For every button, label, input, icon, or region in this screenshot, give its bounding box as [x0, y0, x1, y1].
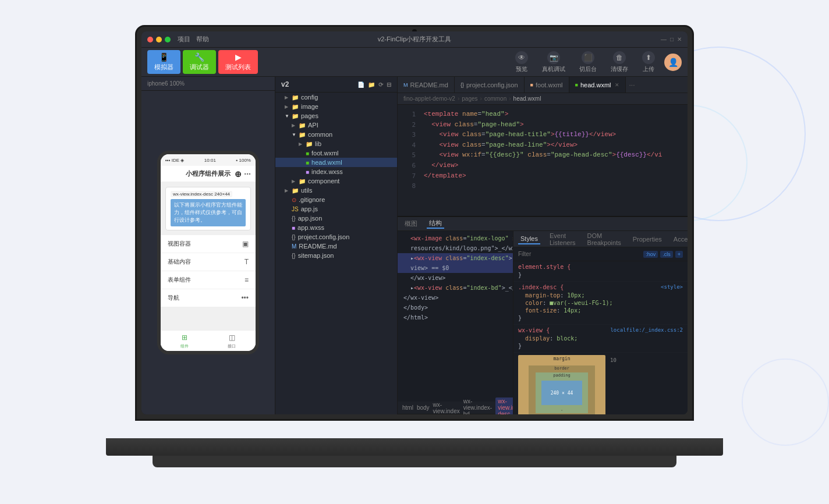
tree-item-app-wxss[interactable]: ▶ ■ app.wxss [275, 223, 397, 232]
el-wx-view-desc[interactable]: wx-view.index-desc [495, 397, 513, 414]
el-body[interactable]: body [417, 404, 430, 411]
tree-item-readme[interactable]: ▶ M README.md [275, 242, 397, 251]
el-html[interactable]: html [402, 404, 413, 411]
filter-plus[interactable]: + [675, 251, 683, 258]
tab-foot-wxml[interactable]: ■ foot.wxml [525, 77, 569, 93]
menu-help[interactable]: 帮助 [196, 35, 209, 44]
preview-button[interactable]: 👁 预览 [511, 49, 533, 76]
tab-dom-breakpoints[interactable]: DOM Breakpoints [585, 231, 623, 247]
tree-item-utils[interactable]: ▶ 📁 utils [275, 186, 397, 195]
box-model-wrapper: margin [513, 353, 688, 414]
bottom-nav-api[interactable]: ◫ 接口 [227, 333, 236, 349]
html-line-6: </wx-view> [398, 293, 513, 303]
style-prop-display: display: block; [518, 335, 683, 342]
styles-filter: :hov .cls + [513, 247, 688, 261]
nav-items: 视图容器 ▣ 基础内容 T 表单组件 [161, 235, 256, 307]
style-source-0[interactable]: <style> [661, 284, 683, 292]
style-source-1[interactable]: localfile:/_index.css:2 [610, 327, 683, 335]
new-file-icon[interactable]: 📄 [357, 81, 364, 88]
laptop-foot [153, 456, 676, 467]
bottom-nav-component[interactable]: ⊞ 组件 [180, 333, 189, 349]
padding-label: padding [553, 373, 571, 378]
tab-event-listeners[interactable]: Event Listeners [547, 231, 578, 247]
style-closing-brace-desc: } [518, 314, 683, 322]
tree-item-index-wxss[interactable]: ▶ ■ index.wxss [275, 167, 397, 176]
laptop-device: 项目 帮助 v2-FinClip小程序开发工具 — □ ✕ [106, 25, 723, 479]
scan-button[interactable]: 📷 真机调试 [537, 49, 570, 76]
el-wx-view-hd[interactable]: wx-view.index-hd [463, 398, 492, 414]
phone-app-title: 小程序组件展示 ··· ⊕ [161, 166, 256, 182]
tree-item-config[interactable]: ▶ 📁 config [275, 93, 397, 102]
close-icon[interactable]: ✕ [677, 36, 682, 42]
nav-item-3[interactable]: 导航 ••• [161, 289, 256, 307]
tree-item-gitignore[interactable]: ▶ ⊙ .gitignore [275, 195, 397, 204]
border-label: border [554, 366, 569, 371]
nav-item-0[interactable]: 视图容器 ▣ [161, 235, 256, 253]
editor-tabs: M README.md {} project.config.json ■ foo… [398, 77, 688, 93]
tree-item-component[interactable]: ▶ 📁 component [275, 176, 397, 186]
maximize-icon[interactable]: □ [670, 36, 674, 42]
tree-item-common[interactable]: ▼ 📁 common [275, 130, 397, 139]
tab-properties[interactable]: Properties [630, 235, 664, 244]
tab-more-button[interactable]: ··· [626, 81, 639, 89]
nav-item-1[interactable]: 基础内容 T [161, 253, 256, 271]
styles-tabs: Styles Event Listeners DOM Breakpoints P… [513, 231, 688, 247]
debug-button[interactable]: 🔧 调试器 [183, 50, 216, 74]
api-icon: ◫ [227, 333, 236, 342]
panel-tab-html[interactable]: 结构 [427, 219, 444, 229]
foot-tab-icon: ■ [530, 82, 533, 88]
filter-hov[interactable]: :hov [643, 251, 658, 258]
tree-item-app-json[interactable]: ▶ {} app.json [275, 214, 397, 223]
clear-button[interactable]: 🗑 清缓存 [606, 49, 633, 76]
html-view[interactable]: <wx-image class="index-logo" src="../res… [398, 231, 513, 402]
tree-item-project-config[interactable]: ▶ {} project.config.json [275, 232, 397, 242]
toolbar-btn-group: 📱 模拟器 🔧 调试器 ▶ 测试列表 [147, 50, 258, 74]
toolbar: 📱 模拟器 🔧 调试器 ▶ 测试列表 [141, 48, 688, 77]
phone-content: wx-view.index-desc 240×44 以下将展示小程序官方组件能力… [161, 182, 256, 330]
panel-tab-ui[interactable]: 概图 [402, 219, 420, 228]
phone-more-icon[interactable]: ··· [244, 169, 251, 179]
tab-accessibility[interactable]: Accessibility [671, 235, 688, 244]
nav-item-2[interactable]: 表单组件 ≡ [161, 271, 256, 289]
simulate-button[interactable]: 📱 模拟器 [147, 50, 180, 74]
el-wx-view-index[interactable]: wx-view.index [433, 402, 460, 414]
test-button[interactable]: ▶ 测试列表 [218, 50, 258, 74]
tab-head-wxml[interactable]: ■ head.wxml ✕ [569, 77, 626, 93]
filter-cls[interactable]: .cls [660, 251, 673, 258]
filter-input[interactable] [518, 251, 640, 257]
new-folder-icon[interactable]: 📁 [368, 81, 375, 88]
tab-readme[interactable]: M README.md [398, 77, 455, 93]
tab-close-icon[interactable]: ✕ [615, 82, 619, 88]
cut-button[interactable]: ⬛ 切后台 [575, 49, 601, 76]
minimize-icon[interactable]: — [661, 36, 667, 42]
component-icon: ⊞ [180, 333, 189, 342]
tree-item-app-js[interactable]: ▶ JS app.js [275, 204, 397, 214]
close-button[interactable] [147, 37, 153, 42]
status-bar-right: ▪ 100% [236, 158, 251, 163]
tab-styles[interactable]: Styles [518, 234, 540, 244]
tree-item-head-wxml[interactable]: ▶ ■ head.wxml [275, 158, 397, 167]
menu-project[interactable]: 项目 [178, 35, 190, 44]
upload-button[interactable]: ⬆ 上传 [637, 49, 660, 76]
maximize-button[interactable] [165, 37, 171, 42]
tree-item-image[interactable]: ▶ 📁 image [275, 102, 397, 111]
style-prop-font-size: font-size: 14px; [518, 307, 683, 314]
code-content[interactable]: <template name="head"> <view class="page… [418, 105, 688, 216]
collapse-icon[interactable]: ⊟ [387, 81, 391, 88]
title-bar-left: 项目 帮助 [147, 35, 209, 44]
tree-item-foot-wxml[interactable]: ▶ ■ foot.wxml [275, 148, 397, 158]
tree-item-sitemap[interactable]: ▶ {} sitemap.json [275, 251, 397, 260]
content-box: 240 × 44 [541, 381, 582, 405]
tree-item-lib[interactable]: ▶ 📁 lib [275, 139, 397, 148]
tree-root-label: v2 [281, 80, 289, 88]
breadcrumb-pages: pages [462, 95, 477, 102]
tree-item-pages[interactable]: ▼ 📁 pages [275, 111, 397, 120]
minimize-button[interactable] [156, 37, 162, 42]
refresh-icon[interactable]: ⟳ [378, 81, 383, 88]
phone-share-icon[interactable]: ⊕ [235, 169, 242, 179]
tree-item-api[interactable]: ▶ 📁 API [275, 120, 397, 130]
breadcrumb-root: fino-applet-demo-v2 [403, 95, 455, 102]
avatar[interactable]: 👤 [664, 54, 682, 71]
tab-project-config[interactable]: {} project.config.json [455, 77, 525, 93]
status-bar-left: ▪▪▪ IDE ◈ [165, 158, 184, 163]
